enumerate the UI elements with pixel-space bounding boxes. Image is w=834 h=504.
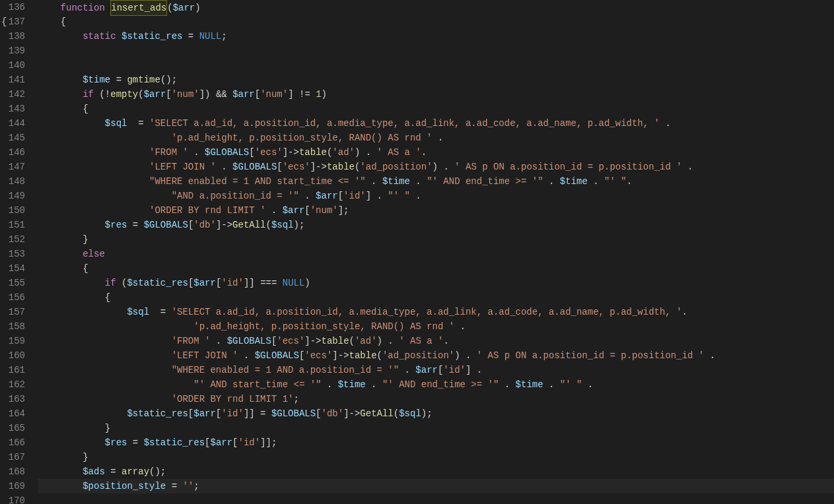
code-line[interactable]: 'ORDER BY rnd LIMIT ' . $arr['num'];	[38, 203, 834, 218]
token-str: 'SELECT a.ad_id, a.position_id, a.media_…	[172, 307, 682, 317]
token-str: 'ad_position'	[382, 350, 454, 361]
line-number[interactable]: 156	[5, 290, 25, 305]
code-line[interactable]: }	[38, 232, 834, 247]
token-punc: ;	[221, 31, 226, 42]
token-punc: (!	[94, 89, 110, 100]
token-kw: if	[105, 278, 116, 288]
line-number[interactable]: 162	[5, 377, 25, 392]
line-number[interactable]: 142	[5, 87, 25, 102]
token-punc: {	[83, 263, 88, 274]
token-var: $time	[382, 176, 410, 187]
line-number[interactable]: 151	[5, 218, 25, 232]
code-line[interactable]: else	[38, 247, 834, 261]
token-var: $arr	[232, 89, 255, 100]
line-number[interactable]: 139	[5, 44, 25, 58]
token-punc: );	[421, 408, 433, 419]
line-number[interactable]: 137{	[5, 15, 25, 29]
code-line[interactable]: if (!empty($arr['num']) && $arr['num'] !…	[38, 87, 834, 102]
line-number[interactable]: 154	[5, 261, 25, 276]
line-number[interactable]: 153	[5, 247, 25, 261]
code-line[interactable]: 'ORDER BY rnd LIMIT 1';	[38, 392, 834, 406]
code-line[interactable]: {	[38, 290, 834, 305]
line-number[interactable]: 159	[5, 334, 25, 348]
code-line[interactable]: $sql = 'SELECT a.ad_id, a.position_id, a…	[38, 305, 834, 319]
line-number[interactable]: 140	[5, 58, 25, 73]
line-number-gutter[interactable]: 136137{138139140141142143144145146147148…	[0, 0, 36, 504]
code-line[interactable]: {	[38, 15, 834, 29]
code-line[interactable]: {	[38, 102, 834, 116]
code-line[interactable]: if ($static_res[$arr['id']] === NULL)	[38, 276, 834, 290]
line-number[interactable]: 136	[5, 0, 25, 15]
line-number[interactable]: 146	[5, 145, 25, 160]
code-line[interactable]: {	[38, 261, 834, 276]
line-number[interactable]: 163	[5, 392, 25, 406]
line-number[interactable]: 145	[5, 131, 25, 145]
token-punc: ]]	[244, 278, 260, 288]
line-number[interactable]: 143	[5, 102, 25, 116]
code-editor[interactable]: 136137{138139140141142143144145146147148…	[0, 0, 834, 504]
code-line[interactable]: $sql = 'SELECT a.ad_id, a.position_id, a…	[38, 116, 834, 131]
token-punc: .	[543, 176, 560, 187]
line-number[interactable]: 147	[5, 160, 25, 174]
fold-bracket-icon[interactable]: {	[1, 15, 7, 29]
code-line[interactable]: "AND a.position_id = '" . $arr['id'] . "…	[38, 189, 834, 203]
line-number[interactable]: 167	[5, 450, 25, 464]
token-punc: .	[454, 321, 466, 332]
token-punc: .	[421, 147, 427, 158]
token-var: $sql	[399, 408, 421, 419]
code-line[interactable]: }	[38, 450, 834, 464]
line-number[interactable]: 160	[5, 348, 25, 363]
code-line[interactable]: 'p.ad_height, p.position_style, RAND() A…	[38, 319, 834, 334]
token-var: $sql	[105, 118, 127, 129]
code-line[interactable]: $ads = array();	[38, 464, 834, 479]
token-punc: (	[394, 408, 399, 419]
line-number[interactable]: 152	[5, 232, 25, 247]
code-line[interactable]: $position_style = '';	[38, 479, 834, 493]
code-content[interactable]: function insert_ads($arr) { static $stat…	[36, 0, 834, 504]
code-line[interactable]: $res = $static_res[$arr['id']];	[38, 435, 834, 450]
token-punc: }	[105, 423, 110, 433]
line-number[interactable]: 150	[5, 203, 25, 218]
line-number[interactable]: 166	[5, 435, 25, 450]
code-line[interactable]: 'FROM ' . $GLOBALS['ecs']->table('ad') .…	[38, 145, 834, 160]
token-punc: ]->	[216, 220, 232, 230]
line-number[interactable]: 168	[5, 464, 25, 479]
code-line[interactable]	[38, 44, 834, 58]
code-line[interactable]: function insert_ads($arr)	[38, 0, 834, 15]
token-const: NULL	[283, 278, 305, 288]
line-number[interactable]: 170	[5, 493, 25, 504]
token-punc: =	[166, 481, 182, 491]
line-number[interactable]: 148	[5, 174, 25, 189]
token-fn: GetAll	[360, 408, 393, 419]
token-punc: .	[366, 379, 382, 390]
line-number[interactable]: 144	[5, 116, 25, 131]
code-line[interactable]: $res = $GLOBALS['db']->GetAll($sql);	[38, 218, 834, 232]
line-number[interactable]: 149	[5, 189, 25, 203]
code-line[interactable]	[38, 58, 834, 73]
code-line[interactable]	[38, 493, 834, 504]
token-str: 'num'	[260, 89, 288, 100]
code-line[interactable]: 'LEFT JOIN ' . $GLOBALS['ecs']->table('a…	[38, 348, 834, 363]
code-line[interactable]: $static_res[$arr['id']] = $GLOBALS['db']…	[38, 406, 834, 421]
code-line[interactable]: 'p.ad_height, p.position_style, RAND() A…	[38, 131, 834, 145]
code-line[interactable]: 'FROM ' . $GLOBALS['ecs']->table('ad') .…	[38, 334, 834, 348]
line-number[interactable]: 141	[5, 73, 25, 87]
line-number[interactable]: 157	[5, 305, 25, 319]
line-number[interactable]: 169	[5, 479, 25, 493]
code-line[interactable]: $time = gmtime();	[38, 73, 834, 87]
token-str: 'num'	[172, 89, 199, 100]
code-line[interactable]: "WHERE enabled = 1 AND a.position_id = '…	[38, 363, 834, 377]
code-line[interactable]: }	[38, 421, 834, 435]
code-line[interactable]: "WHERE enabled = 1 AND start_time <= '" …	[38, 174, 834, 189]
token-punc: [	[216, 408, 221, 419]
code-line[interactable]: "' AND start_time <= '" . $time . "' AND…	[38, 377, 834, 392]
line-number[interactable]: 158	[5, 319, 25, 334]
line-number[interactable]: 165	[5, 421, 25, 435]
code-line[interactable]: static $static_res = NULL;	[38, 29, 834, 44]
line-number[interactable]: 161	[5, 363, 25, 377]
token-punc: ) .	[377, 336, 400, 346]
line-number[interactable]: 138	[5, 29, 25, 44]
line-number[interactable]: 164	[5, 406, 25, 421]
line-number[interactable]: 155	[5, 276, 25, 290]
code-line[interactable]: 'LEFT JOIN ' . $GLOBALS['ecs']->table('a…	[38, 160, 834, 174]
